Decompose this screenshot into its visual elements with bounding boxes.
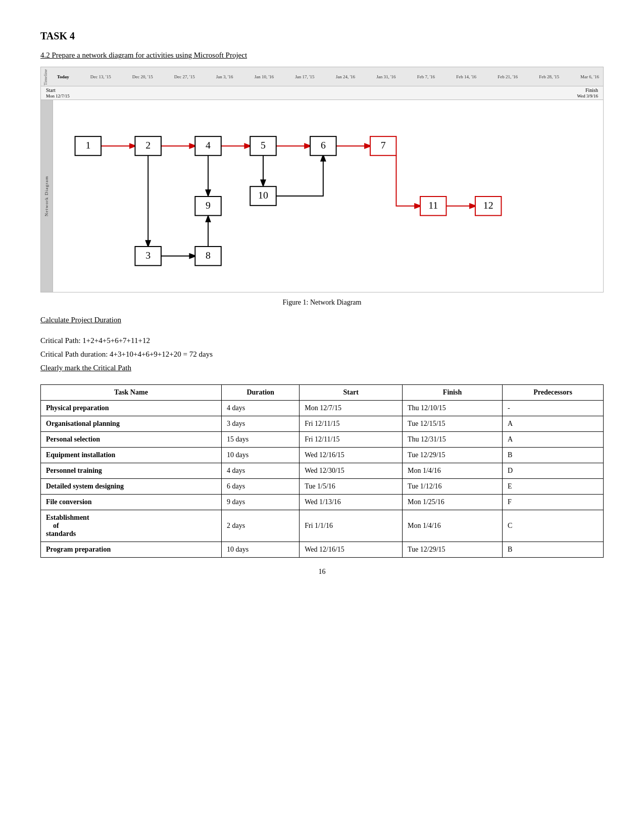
cell-1: 10 days (221, 542, 299, 558)
date-dec20: Dec 20, '15 (132, 74, 153, 79)
finish-label: Finish Wed 3/9/16 (577, 87, 598, 99)
date-mar6: Mar 6, '16 (580, 74, 599, 79)
table-row: Program preparation10 daysWed 12/16/15Tu… (41, 542, 604, 558)
critical-path-label: Critical Path: 1+2+4+5+6+7+11+12 (40, 336, 604, 345)
date-today: Today (57, 74, 69, 79)
cell-2: Wed 12/16/15 (300, 448, 403, 463)
cell-4: - (503, 401, 604, 416)
cell-2: Mon 1/4/16 (403, 510, 503, 542)
svg-text:7: 7 (380, 139, 385, 151)
timeline-dates: Today Dec 13, '15 Dec 20, '15 Dec 27, '1… (57, 74, 599, 79)
cell-task-name: Establishment ofstandards (41, 510, 222, 542)
cell-0: File conversion (41, 495, 222, 510)
cell-4: F (503, 495, 604, 510)
cell-0: Organisational planning (41, 416, 222, 432)
cell-2: Mon 12/7/15 (300, 401, 403, 416)
cell-1: 6 days (221, 479, 299, 495)
date-feb14: Feb 14, '16 (456, 74, 476, 79)
diagram-area: Network Diagram (41, 100, 603, 292)
cell-1: 10 days (221, 448, 299, 463)
diagram-sidebar-label: Network Diagram (44, 176, 49, 216)
cell-2: Wed 12/16/15 (300, 542, 403, 558)
col-start: Start (300, 385, 403, 401)
cell-0: Personal selection (41, 432, 222, 448)
calculate-heading: Calculate Project Duration (40, 316, 604, 331)
cell-1: 3 days (221, 416, 299, 432)
cell-3: Tue 12/29/15 (403, 542, 503, 558)
date-feb7: Feb 7, '16 (417, 74, 435, 79)
cell-1: 9 days (221, 495, 299, 510)
cell-0: Physical preparation (41, 401, 222, 416)
timeline-label: Timeline (43, 68, 48, 85)
col-duration: Duration (221, 385, 299, 401)
table-row: File conversion9 daysWed 1/13/16Mon 1/25… (41, 495, 604, 510)
table-row: Equipment installation10 daysWed 12/16/1… (41, 448, 604, 463)
date-jan10: Jan 10, '16 (255, 74, 274, 79)
date-dec27: Dec 27, '15 (174, 74, 195, 79)
task-table: Task Name Duration Start Finish Predeces… (40, 384, 604, 558)
page-number: 16 (40, 568, 604, 576)
cell-4: B (503, 448, 604, 463)
cell-1: Fri 1/1/16 (300, 510, 403, 542)
cell-3: Tue 12/29/15 (403, 448, 503, 463)
table-row: Physical preparation4 daysMon 12/7/15Thu… (41, 401, 604, 416)
clearly-mark-heading: Clearly mark the Critical Path (40, 364, 604, 379)
svg-text:10: 10 (258, 189, 268, 201)
table-row: Establishment ofstandards2 daysFri 1/1/1… (41, 510, 604, 542)
start-finish-row: Start Mon 12/7/15 Finish Wed 3/9/16 (41, 86, 603, 100)
cell-3: Mon 1/25/16 (403, 495, 503, 510)
cell-3: Mon 1/4/16 (403, 463, 503, 479)
svg-text:3: 3 (145, 250, 151, 261)
cell-0: Personnel training (41, 463, 222, 479)
svg-text:11: 11 (428, 200, 438, 211)
svg-text:5: 5 (261, 139, 266, 151)
cell-3: Thu 12/31/15 (403, 432, 503, 448)
cell-1: 4 days (221, 463, 299, 479)
svg-text:12: 12 (483, 200, 493, 211)
cell-0: Program preparation (41, 542, 222, 558)
table-row: Personal selection15 daysFri 12/11/15Thu… (41, 432, 604, 448)
table-row: Personnel training4 daysWed 12/30/15Mon … (41, 463, 604, 479)
cell-2: Wed 1/13/16 (300, 495, 403, 510)
date-feb28: Feb 28, '15 (539, 74, 559, 79)
svg-text:8: 8 (206, 250, 211, 261)
start-label: Start Mon 12/7/15 (46, 87, 70, 99)
svg-text:4: 4 (206, 139, 211, 151)
cell-4: A (503, 416, 604, 432)
cell-4: A (503, 432, 604, 448)
diagram-sidebar: Network Diagram (41, 100, 53, 292)
cell-2: Fri 12/11/15 (300, 432, 403, 448)
table-row: Detailed system designing6 daysTue 1/5/1… (41, 479, 604, 495)
cell-0: Equipment installation (41, 448, 222, 463)
date-jan31: Jan 31, '16 (376, 74, 395, 79)
cell-4: E (503, 479, 604, 495)
cell-3: Thu 12/10/15 (403, 401, 503, 416)
svg-text:6: 6 (320, 139, 325, 151)
cell-4: B (503, 542, 604, 558)
section-heading: 4.2 Prepare a network diagram for activi… (40, 51, 247, 60)
date-dec13: Dec 13, '15 (90, 74, 111, 79)
col-finish: Finish (403, 385, 503, 401)
critical-path-duration: Critical Path duration: 4+3+10+4+6+9+12+… (40, 350, 604, 359)
cell-2: Tue 1/5/16 (300, 479, 403, 495)
network-diagram-container: Timeline Today Dec 13, '15 Dec 20, '15 D… (40, 67, 604, 292)
svg-text:9: 9 (206, 200, 211, 211)
network-svg: 1 2 3 4 5 6 7 8 9 (53, 100, 603, 292)
cell-4: D (503, 463, 604, 479)
cell-3: C (503, 510, 604, 542)
cell-2: Fri 12/11/15 (300, 416, 403, 432)
figure-caption: Figure 1: Network Diagram (40, 299, 604, 307)
cell-0: Detailed system designing (41, 479, 222, 495)
date-jan24: Jan 24, '16 (336, 74, 355, 79)
date-feb21: Feb 21, '16 (498, 74, 518, 79)
cell-1: 4 days (221, 401, 299, 416)
cell-1: 15 days (221, 432, 299, 448)
date-jan3: Jan 3, '16 (216, 74, 233, 79)
col-task-name: Task Name (41, 385, 222, 401)
cell-0: 2 days (221, 510, 299, 542)
timeline-bar: Timeline Today Dec 13, '15 Dec 20, '15 D… (41, 67, 603, 86)
task-title: TASK 4 (40, 30, 604, 42)
date-jan17: Jan 17, '15 (295, 74, 314, 79)
cell-3: Tue 1/12/16 (403, 479, 503, 495)
table-row: Organisational planning3 daysFri 12/11/1… (41, 416, 604, 432)
